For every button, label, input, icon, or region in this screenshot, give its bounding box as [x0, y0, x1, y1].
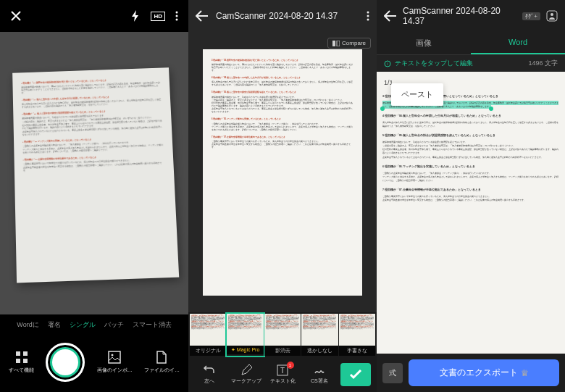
filter-2[interactable]: 3 理由欄が「03.国民年金の被保険者記録が死亡喪いとなっているため」となってい… [264, 314, 301, 356]
camera-more-icon[interactable] [175, 11, 178, 21]
svg-rect-4 [23, 351, 28, 356]
crown-icon: ♕ [521, 368, 529, 378]
formula-button[interactable]: 式 [382, 363, 403, 383]
flash-icon[interactable] [130, 10, 141, 22]
filter-3[interactable]: 3 理由欄が「03.国民年金の被保険者記録が死亡喪いとなっているため」となってい… [301, 314, 338, 356]
svg-point-2 [176, 19, 178, 21]
mode-selector[interactable]: Wordに署名シングルバッチスマート消去 [0, 314, 188, 335]
camera-screen: HD 3 理由欄が「03.国民年金の被保険者記録が死亡喪いとなっているため」とな… [0, 0, 188, 392]
svg-point-10 [367, 15, 369, 17]
word-doc-title[interactable]: CamScanner 2024-08-20 14.37 [403, 6, 516, 26]
paste-menu[interactable]: ペースト [391, 83, 443, 106]
svg-point-11 [367, 19, 369, 21]
markup-button[interactable]: マークアップ [228, 364, 265, 385]
action-bar: 左へ マークアップ T 1 テキスト化 CS署名 [188, 357, 377, 392]
edit-screen: CamScanner 2024-08-20 14.37 Compare 3 理由… [188, 0, 377, 392]
svg-point-0 [176, 12, 178, 14]
doc-title[interactable]: CamScanner 2024-08-20 14.37 [216, 11, 359, 21]
word-header: CamScanner 2024-08-20 14.37 ﾀｸﾞ+ [377, 0, 565, 32]
filter-strip[interactable]: 3 理由欄が「03.国民年金の被保険者記録が死亡喪いとなっているため」となってい… [188, 312, 377, 357]
contact-icon[interactable] [546, 10, 558, 22]
camera-bottombar: すべて機能 画像のインポ… ファイルのイ… [0, 335, 188, 392]
hint-text: iテキストをタップして編集 [384, 59, 473, 68]
rotate-left-label: 左へ [204, 378, 214, 385]
svg-rect-7 [109, 351, 120, 363]
edit-header: CamScanner 2024-08-20 14.37 [188, 0, 377, 32]
import-image-button[interactable]: 画像のインポ… [97, 351, 133, 374]
mode-1[interactable]: 署名 [48, 320, 61, 330]
all-features-button[interactable]: すべて機能 [9, 351, 34, 374]
svg-rect-12 [332, 41, 335, 46]
scanned-document: 3 理由欄が「03.国民年金の被保険者記録が死亡喪いとなっているため」となってい… [203, 49, 362, 296]
mode-0[interactable]: Wordに [17, 320, 38, 330]
char-count: 1496 文字 [528, 59, 558, 68]
word-back-icon[interactable] [384, 10, 397, 22]
svg-rect-6 [23, 359, 28, 363]
svg-point-8 [112, 354, 114, 356]
camera-viewport: 3 理由欄が「03.国民年金の被保険者記録が死亡喪いとなっているため」となってい… [0, 32, 188, 314]
all-features-label: すべて機能 [9, 367, 34, 374]
mode-3[interactable]: バッチ [104, 320, 124, 330]
import-file-label: ファイルのイ… [144, 367, 180, 374]
word-tabs: 画像 Word [377, 32, 565, 55]
mode-4[interactable]: スマート消去 [133, 320, 172, 330]
close-icon[interactable] [10, 10, 22, 22]
edit-viewport: 3 理由欄が「03.国民年金の被保険者記録が死亡喪いとなっているため」となってい… [188, 32, 377, 312]
svg-point-1 [176, 15, 178, 17]
markup-label: マークアップ [231, 378, 261, 385]
svg-point-9 [367, 12, 369, 14]
filter-0[interactable]: 3 理由欄が「03.国民年金の被保険者記録が死亡喪いとなっているため」となってい… [190, 314, 226, 356]
tab-image[interactable]: 画像 [377, 32, 471, 54]
confirm-button[interactable] [340, 363, 371, 386]
camera-topbar: HD [0, 0, 188, 32]
filter-4[interactable]: 3 理由欄が「03.国民年金の被保険者記録が死亡喪いとなっているため」となってい… [339, 314, 375, 356]
filter-1[interactable]: 3 理由欄が「03.国民年金の被保険者記録が死亡喪いとなっているため」となってい… [227, 314, 263, 356]
tag-button[interactable]: ﾀｸﾞ+ [522, 12, 540, 20]
compare-label: Compare [342, 40, 366, 46]
svg-text:T: T [280, 367, 285, 375]
word-bottombar: 式 文書のエクスポート ♕ [377, 354, 565, 392]
back-icon[interactable] [196, 10, 209, 22]
export-label: 文書のエクスポート [440, 367, 518, 379]
word-viewport[interactable]: 1/1 ペースト 3 理由欄が「03.国民年金の被保険者記録が死亡喪いとなってい… [377, 72, 565, 354]
text-button[interactable]: T 1 テキスト化 [264, 364, 301, 385]
text-badge: 1 [287, 362, 294, 369]
svg-text:i: i [387, 62, 388, 66]
word-screen: CamScanner 2024-08-20 14.37 ﾀｸﾞ+ 画像 Word… [377, 0, 565, 392]
svg-rect-5 [16, 359, 20, 363]
export-button[interactable]: 文書のエクスポート ♕ [409, 359, 559, 386]
shutter-button[interactable] [46, 343, 85, 382]
import-image-label: 画像のインポ… [97, 367, 133, 374]
document-preview: 3 理由欄が「03.国民年金の被保険者記録が死亡喪いとなっているため」となってい… [12, 67, 179, 283]
svg-rect-3 [16, 351, 20, 356]
import-file-button[interactable]: ファイルのイ… [144, 351, 180, 374]
compare-button[interactable]: Compare [327, 38, 371, 49]
svg-point-17 [551, 13, 553, 16]
edit-more-icon[interactable] [367, 11, 369, 21]
hint-bar: iテキストをタップして編集 1496 文字 [377, 55, 565, 72]
rotate-left-button[interactable]: 左へ [191, 364, 228, 385]
mode-2[interactable]: シングル [70, 320, 96, 330]
sign-button[interactable]: CS署名 [301, 364, 338, 385]
text-label: テキスト化 [270, 378, 296, 385]
svg-rect-13 [337, 41, 340, 46]
hd-icon[interactable]: HD [151, 12, 165, 21]
tab-word[interactable]: Word [471, 32, 565, 54]
sign-label: CS署名 [311, 378, 328, 385]
